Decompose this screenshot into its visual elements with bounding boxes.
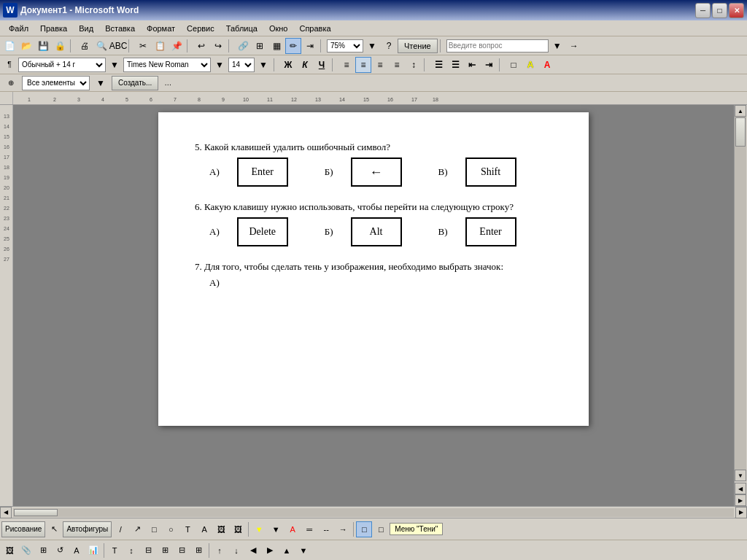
document-scroll-area[interactable]: 5. Какой клавишей удалить ошибочный симв… <box>13 105 734 506</box>
font-color-button[interactable]: A <box>539 57 555 73</box>
create-button[interactable]: Создать... <box>112 76 158 90</box>
list-unordered-button[interactable]: ☰ <box>430 57 446 73</box>
maximize-button[interactable]: □ <box>712 3 727 18</box>
read-button[interactable]: Чтение <box>398 39 438 53</box>
paste-button[interactable]: 📌 <box>169 38 185 54</box>
insert-image-btn[interactable]: 🖼 <box>1 542 18 559</box>
line-color-button[interactable]: ▼ <box>268 521 284 537</box>
help-button[interactable]: ? <box>381 38 397 54</box>
cut-button[interactable]: ✂ <box>135 38 151 54</box>
print-button[interactable]: 🖨 <box>77 38 93 54</box>
regroup-btn[interactable]: ⊞ <box>190 542 206 559</box>
scroll-prev-page[interactable]: ◀ <box>735 483 746 494</box>
nudge-up[interactable]: ▲ <box>279 542 295 559</box>
line-spacing-button[interactable]: ↕ <box>406 57 422 73</box>
bring-front-btn[interactable]: ↑ <box>212 542 228 559</box>
zoom-select[interactable]: 75% <box>327 39 363 52</box>
align-distribute-btn[interactable]: ⊟ <box>140 542 156 559</box>
undo-button[interactable]: ↩ <box>193 38 209 54</box>
scroll-down-button[interactable]: ▼ <box>735 470 746 481</box>
nudge-left[interactable]: ◀ <box>245 542 261 559</box>
nudge-right[interactable]: ▶ <box>262 542 278 559</box>
wordart-tool[interactable]: A <box>196 521 212 537</box>
menu-tools[interactable]: Сервис <box>181 23 220 34</box>
search-dropdown[interactable]: ▼ <box>549 38 565 54</box>
cursor-tool[interactable]: ↖ <box>46 521 62 537</box>
menu-help[interactable]: Справка <box>293 23 336 34</box>
font-select[interactable]: Times New Roman <box>123 58 211 72</box>
menu-view[interactable]: Вид <box>73 23 99 34</box>
draw-menu-button[interactable]: Рисование <box>1 521 45 537</box>
menu-edit[interactable]: Правка <box>34 23 73 34</box>
rectangle-tool[interactable]: □ <box>146 521 162 537</box>
vertical-scrollbar[interactable]: ▲ ▼ ◀ ▶ <box>734 105 747 506</box>
hyperlink-button[interactable]: 🔗 <box>235 38 251 54</box>
autoshapes-button[interactable]: Автофигуры <box>63 521 112 537</box>
open-button[interactable]: 📂 <box>18 38 34 54</box>
oval-tool[interactable]: ○ <box>163 521 179 537</box>
redo-button[interactable]: ↪ <box>210 38 226 54</box>
horizontal-scrollbar[interactable]: ◀ ▶ <box>0 506 747 518</box>
align-center-button[interactable]: ≡ <box>355 57 371 73</box>
chart-btn[interactable]: 📊 <box>85 542 101 559</box>
hscroll-thumb[interactable] <box>14 509 58 516</box>
hscroll-right-button[interactable]: ▶ <box>735 507 747 518</box>
new-button[interactable]: 📄 <box>1 38 18 54</box>
drawing-button[interactable]: ✏ <box>285 38 301 54</box>
image-tool[interactable]: 🖼 <box>230 521 246 537</box>
list-ordered-button[interactable]: ☰ <box>447 57 463 73</box>
underline-button[interactable]: Ч <box>314 57 330 73</box>
wordart-btn2[interactable]: A <box>69 542 85 559</box>
elements-select[interactable]: Все элементы <box>22 76 90 90</box>
rotate-btn[interactable]: ↺ <box>52 542 68 559</box>
search-go-button[interactable]: → <box>566 38 582 54</box>
text-effect-btn[interactable]: T <box>107 542 123 559</box>
ungroup-btn[interactable]: ⊟ <box>174 542 190 559</box>
send-back-btn[interactable]: ↓ <box>228 542 244 559</box>
align-right-button[interactable]: ≡ <box>372 57 388 73</box>
menu-window[interactable]: Окно <box>263 23 294 34</box>
line-style-button[interactable]: ═ <box>301 521 317 537</box>
close-button[interactable]: ✕ <box>729 3 744 18</box>
menu-format[interactable]: Формат <box>141 23 181 34</box>
menu-insert[interactable]: Вставка <box>99 23 141 34</box>
hscroll-left-button[interactable]: ◀ <box>0 507 12 518</box>
indent-decrease-button[interactable]: ⇤ <box>464 57 480 73</box>
fill-color-button[interactable]: ▼ <box>251 521 267 537</box>
font-color-draw-button[interactable]: A <box>285 521 301 537</box>
size-select[interactable]: 14 <box>228 58 255 72</box>
columns-button[interactable]: ▦ <box>268 38 285 54</box>
line-tool[interactable]: / <box>112 521 128 537</box>
text-direction-btn[interactable]: ↕ <box>123 542 139 559</box>
indent-increase-button[interactable]: ⇥ <box>481 57 497 73</box>
preview-button[interactable]: 🔍 <box>93 38 109 54</box>
hscroll-track[interactable] <box>13 508 734 517</box>
save-button[interactable]: 💾 <box>35 38 51 54</box>
zoom-dropdown[interactable]: ▼ <box>364 38 380 54</box>
font-dropdown[interactable]: ▼ <box>212 57 228 73</box>
highlight-button[interactable]: A <box>522 57 538 73</box>
bold-button[interactable]: Ж <box>280 57 296 73</box>
3d-button[interactable]: □ <box>373 521 389 537</box>
nudge-down[interactable]: ▼ <box>295 542 311 559</box>
indent-button[interactable]: ⇥ <box>302 38 318 54</box>
spell-button[interactable]: ABC <box>110 38 126 54</box>
size-dropdown[interactable]: ▼ <box>255 57 271 73</box>
dash-style-button[interactable]: -- <box>318 521 334 537</box>
clipart-tool[interactable]: 🖼 <box>213 521 229 537</box>
align-left-button[interactable]: ≡ <box>338 57 355 73</box>
scroll-thumb[interactable] <box>735 117 746 147</box>
textbox-tool[interactable]: T <box>179 521 196 537</box>
permission-button[interactable]: 🔒 <box>52 38 68 54</box>
insert-clip-btn[interactable]: 📎 <box>18 542 34 559</box>
scroll-track[interactable] <box>735 117 746 470</box>
scroll-up-button[interactable]: ▲ <box>735 105 746 117</box>
group-btn[interactable]: ⊞ <box>157 542 173 559</box>
menu-table[interactable]: Таблица <box>220 23 263 34</box>
format-btn[interactable]: ⊞ <box>35 542 51 559</box>
menu-file[interactable]: Файл <box>3 23 34 34</box>
arrow-style-button[interactable]: → <box>335 521 351 537</box>
italic-button[interactable]: К <box>297 57 313 73</box>
align-justify-button[interactable]: ≡ <box>389 57 405 73</box>
style-select[interactable]: Обычный + 14 г <box>18 58 106 72</box>
